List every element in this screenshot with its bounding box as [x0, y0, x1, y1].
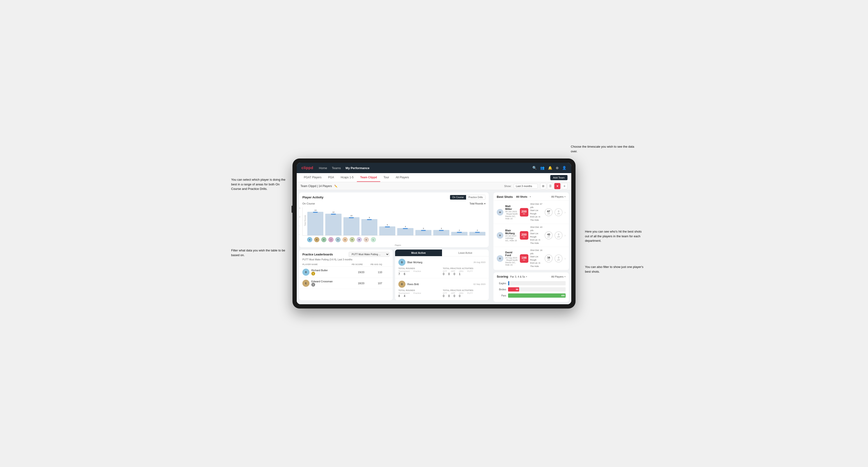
- shot-details-0: Shot Dist: 67 yds Start Lie: Rough End L…: [530, 203, 543, 222]
- annotation-left-bottom: Filter what data you wish the table to b…: [231, 248, 288, 257]
- player-avatar-2[interactable]: D: [321, 237, 327, 242]
- bar-6[interactable]: [415, 230, 431, 236]
- leaderboard-row-0[interactable]: RRichard Butler119/20110: [299, 267, 393, 278]
- shot-stat-circle-2: 16 yds: [545, 254, 553, 262]
- leaderboard-dropdown[interactable]: PUTT Must Make Putting ...: [349, 252, 390, 257]
- activity-date-0: 26 Aug 2023: [473, 261, 486, 263]
- team-header-right: Show: Last 3 months Last 6 months Last y…: [504, 183, 567, 189]
- right-panel: Best Shots All Shots ▾ All Players ▾: [491, 190, 571, 304]
- tournament-val-0: 7: [398, 272, 400, 276]
- bar-8[interactable]: [451, 232, 467, 236]
- shot-stat-num-1: 43: [547, 233, 550, 236]
- sub-tab-pga[interactable]: PGA: [325, 173, 337, 182]
- heart-view-button[interactable]: ♥: [554, 183, 560, 189]
- nav-icons: 🔍 👥 🔔 ⊕ 👤: [532, 166, 566, 170]
- bar-1[interactable]: [325, 214, 341, 236]
- shot-badge-num-1: 200: [522, 233, 527, 236]
- activity-player-header-1: R Rees Britt 02 Sep 2023: [398, 281, 486, 288]
- practice-sub-0-0: GTT: [443, 270, 447, 272]
- edit-icon[interactable]: ✏️: [334, 185, 338, 187]
- players-filter[interactable]: All Players ▾: [551, 195, 566, 198]
- shot-entry-1[interactable]: B Blair McHarg 23 Jul 2023 · Ashridge GC…: [493, 224, 569, 247]
- player-avatar-8[interactable]: E: [364, 237, 369, 242]
- sub-tab-all-players[interactable]: All Players: [392, 173, 412, 182]
- top-nav: clippd Home Teams My Performance 🔍 👥 🔔 ⊕…: [297, 163, 571, 173]
- sub-tab-hcaps[interactable]: Hcaps 1-5: [337, 173, 357, 182]
- scoring-par-filter[interactable]: Par 3, 4 & 5s ▾: [510, 275, 527, 278]
- bar-3[interactable]: [361, 219, 377, 236]
- player-avatar-0[interactable]: B: [307, 237, 312, 242]
- shot-entry-2[interactable]: D David Ford 24 Aug 2023 · Royal North D…: [493, 247, 569, 270]
- users-icon[interactable]: 👥: [540, 166, 545, 170]
- grid-view-button[interactable]: ⊞: [540, 183, 546, 189]
- bar-4[interactable]: [379, 226, 395, 236]
- plus-circle-icon[interactable]: ⊕: [556, 166, 559, 170]
- player-avatar-6[interactable]: R: [349, 237, 355, 242]
- par-chevron-icon: ▾: [526, 276, 527, 278]
- all-shots-btn[interactable]: All Shots: [515, 195, 529, 198]
- scoring-title: Scoring: [497, 275, 508, 278]
- rounds-stat-group-1: Total Rounds Tournament Practice 8 4: [398, 289, 441, 298]
- sub-tab-pgat[interactable]: PGAT Players: [301, 173, 325, 182]
- player-avatar-1[interactable]: B: [314, 237, 319, 242]
- col-header-pb-score: PB SCORE: [352, 263, 371, 266]
- scoring-bar-value-2: 499: [561, 294, 565, 297]
- player-avatar-9[interactable]: L: [371, 237, 376, 242]
- shot-entry-0[interactable]: M Matt Miller 09 Jun 2023 · Royal North …: [493, 201, 569, 224]
- activity-name-group-0: B Blair McHarg: [398, 259, 423, 266]
- shot-stat-bubble-2: 16 yds: [545, 254, 553, 262]
- bar-value-4: 5: [387, 224, 388, 226]
- player-avatar-3[interactable]: J: [328, 237, 334, 242]
- bar-7[interactable]: [433, 230, 450, 236]
- shot-chevron-right-0: ›: [564, 210, 566, 214]
- add-team-button[interactable]: Add Team: [550, 175, 567, 180]
- leaderboard-rows: RRichard Butler119/20110EEdward Crossman…: [299, 267, 393, 289]
- toggle-practice-drills[interactable]: Practice Drills: [466, 195, 485, 199]
- toggle-on-course[interactable]: On Course: [450, 195, 466, 199]
- show-dropdown[interactable]: Last 3 months Last 6 months Last year: [514, 184, 538, 188]
- bar-9[interactable]: [469, 232, 486, 236]
- bar-group-6: 3: [415, 227, 431, 236]
- leaderboard-row-1[interactable]: EEdward Crossman218/20107: [299, 278, 393, 289]
- least-active-tab[interactable]: Least Active: [442, 250, 489, 256]
- scoring-players-filter[interactable]: All Players ▾: [551, 275, 566, 278]
- bar-value-5: 4: [405, 225, 406, 228]
- nav-link-teams[interactable]: Teams: [332, 165, 341, 171]
- player-activity-header: Player Activity On Course Practice Drill…: [299, 192, 489, 201]
- bar-5[interactable]: [397, 228, 413, 236]
- chart-filter-dropdown[interactable]: Total Rounds ▾: [470, 203, 486, 205]
- shot-badge-2: 198 SG: [520, 254, 528, 263]
- bar-value-0: 13: [314, 209, 316, 211]
- bar-0[interactable]: [307, 212, 323, 236]
- bell-icon[interactable]: 🔔: [548, 166, 552, 170]
- shot-stat-bubble-0: 67 yds: [545, 208, 553, 216]
- most-active-tab[interactable]: Most Active: [395, 250, 442, 256]
- chart-subheader: On Course Total Rounds ▾: [299, 201, 489, 206]
- bar-group-4: 5: [379, 224, 395, 236]
- list-view-button[interactable]: ☰: [547, 183, 553, 189]
- rounds-sub-0: Tournament Practice: [398, 270, 441, 272]
- sub-tab-tour[interactable]: Tour: [380, 173, 392, 182]
- practice-val-1-3: 0: [459, 294, 461, 298]
- nav-link-home[interactable]: Home: [319, 165, 327, 171]
- activity-stats-row-1: Total Rounds Tournament Practice 8 4 Tot…: [398, 289, 486, 298]
- player-avatar-5[interactable]: G: [342, 237, 348, 242]
- shot-player-info-1: Blair McHarg 23 Jul 2023 · Ashridge GC, …: [505, 229, 518, 242]
- par-filter-label: Par 3, 4 & 5s: [510, 275, 525, 278]
- bar-2[interactable]: [343, 217, 360, 236]
- user-avatar-icon[interactable]: 👤: [562, 166, 566, 170]
- avg-cell-1: 107: [371, 282, 390, 285]
- player-avatar-7[interactable]: M: [356, 237, 362, 242]
- player-name-cell-1: EEdward Crossman2: [302, 280, 352, 287]
- scoring-title-group: Scoring Par 3, 4 & 5s ▾: [497, 275, 527, 278]
- player-avatar-4[interactable]: E: [335, 237, 341, 242]
- practice-sub-1-2: ARG: [459, 292, 464, 294]
- settings-view-button[interactable]: ≡: [561, 183, 567, 189]
- rounds-values-1: 8 4: [398, 294, 441, 298]
- search-icon[interactable]: 🔍: [532, 166, 537, 170]
- sub-tab-team-clippd[interactable]: Team Clippd: [357, 173, 380, 182]
- shot-stat-unit-1: yds: [548, 236, 550, 238]
- nav-link-my-performance[interactable]: My Performance: [346, 165, 369, 171]
- bar-group-3: 9: [361, 217, 377, 236]
- shot-stat-circle-1: 43 yds: [545, 231, 553, 239]
